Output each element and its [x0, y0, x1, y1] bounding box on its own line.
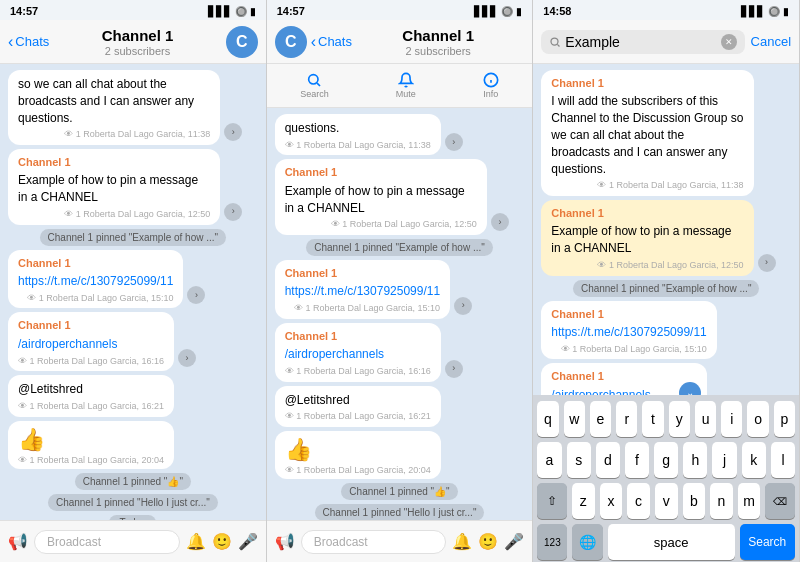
forward-icon[interactable]: ›: [758, 254, 776, 272]
back-button-2[interactable]: ‹ Chats: [311, 33, 352, 51]
key-z[interactable]: z: [572, 483, 595, 519]
key-j[interactable]: j: [712, 442, 736, 478]
clear-search-btn[interactable]: ✕: [721, 34, 737, 50]
broadcast-input-1[interactable]: Broadcast: [34, 530, 180, 554]
msg-meta: 👁 1 Roberta Dal Lago Garcia, 12:50: [551, 259, 743, 272]
wifi-icon: 🔘: [235, 6, 247, 17]
key-c[interactable]: c: [627, 483, 650, 519]
key-row-1: q w e r t y u i o p: [537, 401, 795, 437]
system-msg-1: Channel 1 pinned "Example of how ...": [40, 229, 227, 246]
forward-icon[interactable]: ›: [224, 203, 242, 221]
msg-link[interactable]: https://t.me/c/1307925099/11: [551, 324, 706, 341]
key-d[interactable]: d: [596, 442, 620, 478]
msg-meta: 👁 1 Roberta Dal Lago Garcia, 11:38: [551, 179, 743, 192]
back-arrow-icon: ‹: [311, 33, 316, 51]
cancel-search-btn[interactable]: Cancel: [751, 34, 791, 49]
key-i[interactable]: i: [721, 401, 742, 437]
msg-meta: 👁 1 Roberta Dal Lago Garcia, 11:38: [285, 139, 431, 152]
status-icons-1: ▋▋▋ 🔘 ▮: [208, 6, 256, 17]
forward-icon[interactable]: ›: [445, 133, 463, 151]
key-e[interactable]: e: [590, 401, 611, 437]
key-p[interactable]: p: [774, 401, 795, 437]
msg-text: Example of how to pin a message in a CHA…: [285, 183, 477, 217]
header-center-2: Channel 1 2 subscribers: [356, 27, 520, 57]
svg-point-5: [551, 38, 558, 45]
channel-label: Channel 1: [18, 155, 210, 170]
broadcast-icon-2: 📢: [275, 532, 295, 551]
msg-link[interactable]: https://t.me/c/1307925099/11: [285, 283, 440, 300]
key-m[interactable]: m: [738, 483, 761, 519]
forward-icon[interactable]: ›: [224, 123, 242, 141]
mic-icon: 🎤: [238, 532, 258, 551]
space-key[interactable]: space: [608, 524, 735, 560]
search-key-btn[interactable]: Search: [740, 524, 796, 560]
forward-icon[interactable]: ›: [491, 213, 509, 231]
msg-meta: 👁 1 Roberta Dal Lago Garcia, 15:10: [285, 302, 440, 315]
key-r[interactable]: r: [616, 401, 637, 437]
search-box-3[interactable]: Example ✕: [541, 30, 744, 54]
channel-label: Channel 1: [551, 76, 743, 91]
key-w[interactable]: w: [564, 401, 585, 437]
msg-link[interactable]: /airdroperchannels: [285, 346, 431, 363]
key-u[interactable]: u: [695, 401, 716, 437]
svg-line-6: [558, 44, 560, 46]
globe-key[interactable]: 🌐: [572, 524, 602, 560]
key-v[interactable]: v: [655, 483, 678, 519]
msg-link[interactable]: https://t.me/c/1307925099/11: [18, 273, 173, 290]
msg-1-2: Channel 1 https://t.me/c/1307925099/11 👁…: [8, 250, 183, 309]
key-a[interactable]: a: [537, 442, 561, 478]
msg-2-1: Channel 1 Example of how to pin a messag…: [275, 159, 487, 235]
key-b[interactable]: b: [683, 483, 706, 519]
bell-icon-2: 🔔: [452, 532, 472, 551]
mic-icon-2: 🎤: [504, 532, 524, 551]
key-t[interactable]: t: [642, 401, 663, 437]
search-header-3: Example ✕ Cancel: [533, 20, 799, 64]
broadcast-input-2[interactable]: Broadcast: [301, 530, 447, 554]
msg-meta: 👁 1 Roberta Dal Lago Garcia, 20:04: [285, 465, 431, 475]
nums-key[interactable]: 123: [537, 524, 567, 560]
signal-icon: ▋▋▋: [741, 6, 765, 17]
forward-icon[interactable]: ›: [178, 349, 196, 367]
back-button-1[interactable]: ‹ Chats: [8, 33, 49, 51]
emoji-msg-1: 👍 👁 1 Roberta Dal Lago Garcia, 20:04: [8, 421, 174, 469]
battery-icon: ▮: [516, 6, 522, 17]
key-g[interactable]: g: [654, 442, 678, 478]
key-h[interactable]: h: [683, 442, 707, 478]
chat-header-1: ‹ Chats Channel 1 2 subscribers C: [0, 20, 266, 64]
expand-icon[interactable]: ⌄: [679, 382, 701, 395]
key-n[interactable]: n: [710, 483, 733, 519]
search-toolbar-btn[interactable]: Search: [300, 72, 329, 99]
mute-toolbar-btn[interactable]: Mute: [396, 72, 416, 99]
channel-subtitle-2: 2 subscribers: [356, 45, 520, 57]
back-arrow-icon: ‹: [8, 33, 13, 51]
key-l[interactable]: l: [771, 442, 795, 478]
key-y[interactable]: y: [669, 401, 690, 437]
key-row-4: 123 🌐 space Search: [537, 524, 795, 560]
key-k[interactable]: k: [742, 442, 766, 478]
panel-2: 14:57 ▋▋▋ 🔘 ▮ C ‹ Chats Channel 1 2 subs…: [267, 0, 534, 562]
channel-label: Channel 1: [551, 307, 706, 322]
msg-link[interactable]: /airdroperchannels: [18, 336, 164, 353]
signal-icon: ▋▋▋: [474, 6, 498, 17]
msg-link[interactable]: /airdroperchannels: [551, 387, 697, 395]
key-s[interactable]: s: [567, 442, 591, 478]
forward-icon[interactable]: ›: [445, 360, 463, 378]
search-input-3[interactable]: Example: [565, 34, 716, 50]
channel-avatar-2: C: [275, 26, 307, 58]
key-f[interactable]: f: [625, 442, 649, 478]
shift-key[interactable]: ⇧: [537, 483, 567, 519]
info-toolbar-btn[interactable]: Info: [483, 72, 499, 99]
svg-line-1: [318, 83, 321, 86]
system-msg-7: Channel 1 pinned "Example of how ...": [573, 280, 760, 297]
channel-avatar-1: C: [226, 26, 258, 58]
key-q[interactable]: q: [537, 401, 558, 437]
channel-label: Channel 1: [551, 206, 743, 221]
key-o[interactable]: o: [747, 401, 768, 437]
signal-icon: ▋▋▋: [208, 6, 232, 17]
forward-icon[interactable]: ›: [187, 286, 205, 304]
forward-icon[interactable]: ›: [454, 297, 472, 315]
bottom-bar-1: 📢 Broadcast 🔔 🙂 🎤: [0, 520, 266, 562]
emoji-msg-2: 👍 👁 1 Roberta Dal Lago Garcia, 20:04: [275, 431, 441, 479]
delete-key[interactable]: ⌫: [765, 483, 795, 519]
key-x[interactable]: x: [600, 483, 623, 519]
